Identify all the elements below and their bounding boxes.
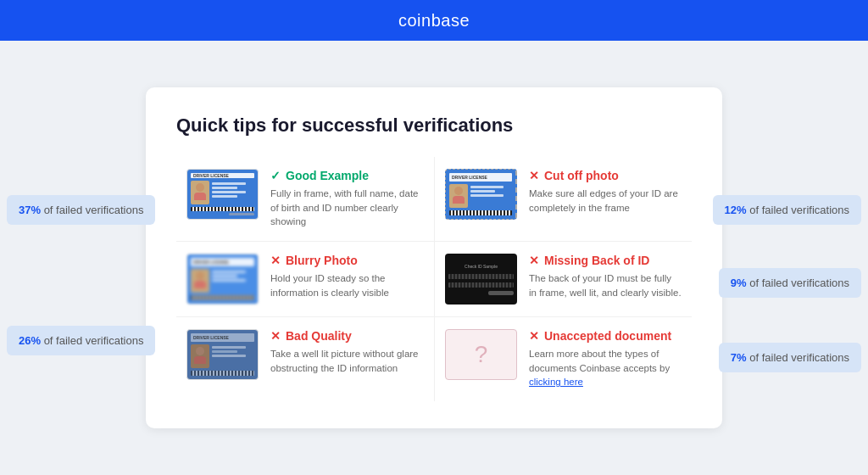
tip-title-unaccepted: Unaccepted document [544,329,671,343]
tip-blurry: DRIVER LICENSE [176,242,434,316]
clicking-here-link[interactable]: clicking here [529,377,583,387]
tip-desc-blurry: Hold your ID steady so the information i… [270,271,424,299]
tip-content-bad: ✕ Bad Quality Take a well lit picture wi… [270,329,424,375]
tip-bad-quality: DRIVER LICENSE [176,317,434,401]
tip-image-good: DRIVER LICENSE [186,169,259,220]
tip-desc-good: Fully in frame, with full name, date of … [270,187,424,229]
badge-text: of failed verifications [747,204,849,216]
tip-unaccepted: ? ✕ Unaccepted document Learn more about… [434,317,692,401]
tip-desc-bad: Take a well lit picture without glare ob… [270,347,424,375]
x-icon-missing: ✕ [529,254,539,267]
badge-pct: 9% [731,277,747,289]
tip-content-cutoff: ✕ Cut off photo Make sure all edges of y… [529,169,682,215]
x-icon-blurry: ✕ [270,254,281,267]
tip-desc-missing: The back of your ID must be fully in fra… [529,271,682,299]
badge-right-9: 9% of failed verifications [719,268,861,298]
badge-pct: 7% [731,351,747,364]
tip-content-missing-back: ✕ Missing Back of ID The back of your ID… [529,254,682,299]
tip-image-bad: DRIVER LICENSE [186,329,259,380]
tips-card: Quick tips for successful verifications … [146,87,722,428]
badge-right-12: 12% of failed verifications [713,195,861,225]
badge-text: of failed verifications [41,204,143,216]
badge-text: of failed verifications [41,334,143,347]
tip-cut-off: DRIVER LICENSE [434,157,692,241]
badge-left-37: 37% of failed verifications [7,195,155,225]
tip-title-good: Good Example [286,169,369,182]
page-body: 37% of failed verifications 26% of faile… [0,41,868,475]
badge-pct: 37% [19,204,41,216]
badge-pct: 26% [19,334,41,347]
x-icon-unaccepted: ✕ [529,329,539,343]
tip-image-cutoff: DRIVER LICENSE [445,169,517,220]
check-icon: ✓ [270,169,281,182]
tip-image-blurry: DRIVER LICENSE [186,254,259,305]
tip-content-blurry: ✕ Blurry Photo Hold your ID steady so th… [270,254,424,299]
tips-grid: DRIVER LICENSE [176,157,692,401]
card-title: Quick tips for successful verifications [176,115,692,137]
x-icon-cutoff: ✕ [529,169,539,182]
tip-title-cutoff: Cut off photo [544,169,619,182]
badge-text: of failed verifications [747,351,849,364]
tip-image-missing-back: Check ID Sample [445,254,517,305]
badge-left-26: 26% of failed verifications [7,326,155,355]
tip-title-blurry: Blurry Photo [286,254,358,267]
coinbase-logo: coinbase [398,11,470,31]
tip-title-bad: Bad Quality [286,329,352,343]
question-mark-icon: ? [475,341,488,368]
x-icon-bad: ✕ [270,329,281,343]
tip-desc-cutoff: Make sure all edges of your ID are compl… [529,187,682,215]
header: coinbase [0,0,868,41]
badge-text: of failed verifications [747,277,849,289]
badge-pct: 12% [725,204,747,216]
badge-right-7: 7% of failed verifications [719,343,861,372]
tip-title-missing: Missing Back of ID [544,254,649,267]
tip-desc-unaccepted: Learn more about the types of documents … [529,347,682,389]
tip-good-example: DRIVER LICENSE [176,157,434,241]
tip-content-good: ✓ Good Example Fully in frame, with full… [270,169,424,229]
tip-missing-back: Check ID Sample ✕ Missing Back of ID The… [434,242,692,316]
tip-image-unaccepted: ? [445,329,517,380]
tip-content-unaccepted: ✕ Unaccepted document Learn more about t… [529,329,682,389]
